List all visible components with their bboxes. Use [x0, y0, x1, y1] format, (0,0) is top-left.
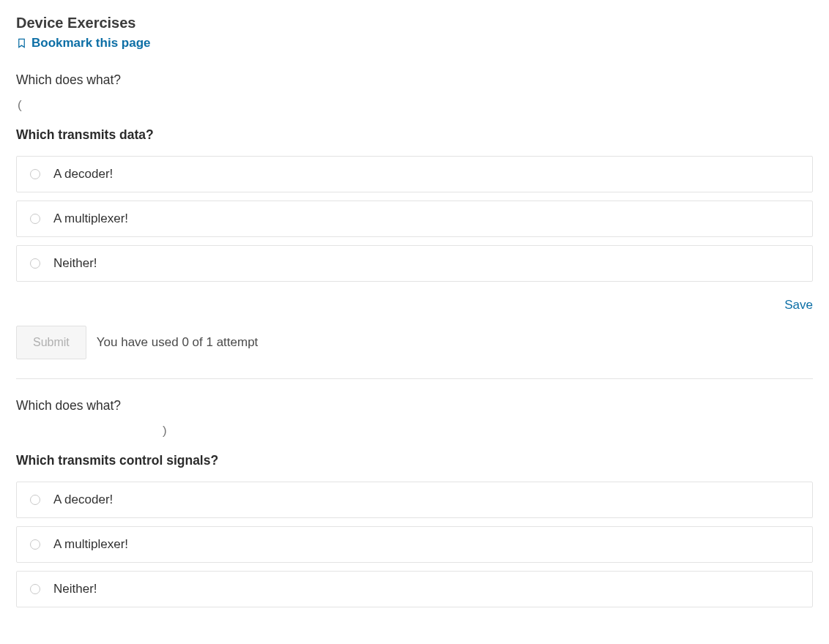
save-row: Save: [16, 298, 813, 312]
save-link[interactable]: Save: [784, 298, 813, 312]
page-title: Device Exercises: [16, 15, 813, 31]
choice-radio[interactable]: [30, 214, 40, 224]
question-block: Which does what? ( Which transmits data?…: [16, 72, 813, 359]
choice-option[interactable]: A multiplexer!: [16, 201, 813, 237]
question-group-label: Which does what?: [16, 398, 813, 413]
bookmark-link[interactable]: Bookmark this page: [16, 36, 151, 50]
choice-option[interactable]: Neither!: [16, 571, 813, 607]
choice-radio[interactable]: [30, 169, 40, 179]
choice-radio[interactable]: [30, 258, 40, 269]
attempts-text: You have used 0 of 1 attempt: [97, 335, 259, 350]
question-group-label: Which does what?: [16, 72, 813, 88]
choice-label: A multiplexer!: [53, 537, 128, 552]
bookmark-icon: [16, 37, 27, 50]
bookmark-label: Bookmark this page: [31, 36, 151, 50]
choice-label: A decoder!: [53, 167, 113, 181]
divider: [16, 378, 813, 379]
choice-radio[interactable]: [30, 539, 40, 550]
question-block: Which does what? ) Which transmits contr…: [16, 398, 813, 607]
choice-option[interactable]: A multiplexer!: [16, 526, 813, 563]
choice-radio[interactable]: [30, 584, 40, 594]
choice-option[interactable]: Neither!: [16, 245, 813, 282]
choice-label: Neither!: [53, 256, 97, 271]
choice-radio[interactable]: [30, 495, 40, 505]
submit-button[interactable]: Submit: [16, 326, 86, 359]
choice-label: Neither!: [53, 582, 97, 596]
question-prompt: Which transmits control signals?: [16, 453, 813, 468]
question-paren: (: [16, 98, 813, 113]
question-prompt: Which transmits data?: [16, 127, 813, 143]
choice-label: A multiplexer!: [53, 211, 128, 226]
choice-option[interactable]: A decoder!: [16, 156, 813, 192]
choice-option[interactable]: A decoder!: [16, 482, 813, 518]
choice-label: A decoder!: [53, 493, 113, 507]
question-paren: ): [16, 424, 813, 438]
submit-row: Submit You have used 0 of 1 attempt: [16, 326, 813, 359]
